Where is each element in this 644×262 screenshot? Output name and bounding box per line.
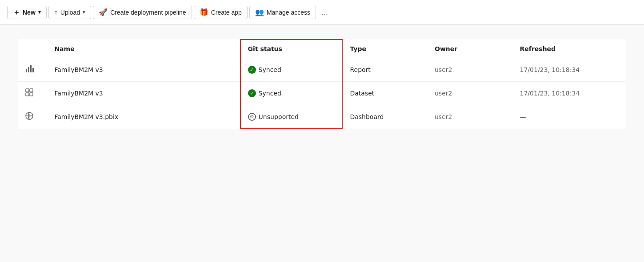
main-content: Name Git status Type Owner Refreshed (0, 25, 644, 262)
row-refreshed-cell: 17/01/23, 10:18:34 (513, 58, 626, 82)
manage-access-button[interactable]: 👥 Manage access (249, 6, 316, 19)
upload-icon: ↑ (54, 9, 58, 16)
col-header-owner: Owner (428, 40, 513, 58)
item-icon (25, 89, 34, 99)
pipeline-label: Create deployment pipeline (110, 9, 186, 16)
row-git-status-cell: ✓ Synced (240, 58, 343, 82)
row-name-cell: FamilyBM2M v3.pbix (47, 105, 240, 129)
row-icon-cell (18, 105, 47, 129)
item-owner: user2 (435, 66, 452, 73)
table-row[interactable]: FamilyBM2M v3 ✓ Synced Report user2 17/0… (18, 58, 626, 82)
item-type: Dataset (350, 90, 374, 97)
svg-rect-0 (26, 69, 27, 72)
svg-rect-3 (32, 68, 34, 72)
status-label: Synced (259, 66, 281, 73)
upload-chevron-icon: ▾ (83, 9, 85, 15)
col-header-git-status: Git status (240, 40, 343, 58)
item-icon (25, 113, 34, 122)
status-badge: ⊘ Unsupported (248, 113, 335, 121)
synced-icon: ✓ (248, 66, 256, 74)
status-label: Synced (259, 90, 281, 97)
row-owner-cell: user2 (428, 82, 513, 105)
col-header-icon (18, 40, 47, 58)
upload-label: Upload (60, 9, 80, 16)
more-label: ... (321, 8, 328, 17)
app-icon: 🎁 (200, 9, 208, 16)
svg-rect-1 (28, 67, 29, 72)
status-label: Unsupported (259, 113, 299, 120)
toolbar: ＋ New ▾ ↑ Upload ▾ 🚀 Create deployment p… (0, 0, 644, 25)
items-table-container: Name Git status Type Owner Refreshed (18, 39, 626, 129)
item-name: FamilyBM2M v3 (54, 90, 103, 97)
row-git-status-cell: ⊘ Unsupported (240, 105, 343, 129)
item-refreshed: 17/01/23, 10:18:34 (520, 66, 580, 73)
item-name: FamilyBM2M v3 (54, 66, 103, 73)
item-refreshed: — (520, 113, 526, 120)
item-type: Report (350, 66, 370, 73)
row-git-status-cell: ✓ Synced (240, 82, 343, 105)
plus-icon: ＋ (13, 9, 20, 16)
status-badge: ✓ Synced (248, 89, 335, 97)
create-pipeline-button[interactable]: 🚀 Create deployment pipeline (93, 6, 192, 19)
new-chevron-icon: ▾ (38, 9, 41, 15)
synced-icon: ✓ (248, 89, 256, 97)
unsupported-icon: ⊘ (248, 113, 256, 121)
items-table: Name Git status Type Owner Refreshed (18, 39, 626, 129)
pipeline-icon: 🚀 (99, 9, 108, 16)
manage-access-icon: 👥 (255, 9, 264, 16)
row-type-cell: Report (342, 58, 428, 82)
row-icon-cell (18, 58, 47, 82)
row-name-cell: FamilyBM2M v3 (47, 82, 240, 105)
svg-rect-2 (30, 65, 32, 72)
item-name: FamilyBM2M v3.pbix (54, 113, 118, 120)
svg-rect-5 (30, 89, 33, 92)
row-icon-cell (18, 82, 47, 105)
new-label: New (23, 9, 36, 16)
create-app-button[interactable]: 🎁 Create app (194, 6, 248, 19)
row-type-cell: Dataset (342, 82, 428, 105)
table-body: FamilyBM2M v3 ✓ Synced Report user2 17/0… (18, 58, 626, 129)
create-app-label: Create app (211, 9, 242, 16)
row-owner-cell: user2 (428, 105, 513, 129)
row-refreshed-cell: — (513, 105, 626, 129)
item-icon (25, 66, 34, 75)
table-row[interactable]: FamilyBM2M v3 ✓ Synced Dataset user2 17/… (18, 82, 626, 105)
svg-rect-4 (26, 89, 29, 92)
item-owner: user2 (435, 113, 452, 120)
item-owner: user2 (435, 90, 452, 97)
svg-rect-6 (26, 93, 29, 96)
row-owner-cell: user2 (428, 58, 513, 82)
col-header-name: Name (47, 40, 240, 58)
item-refreshed: 17/01/23, 10:18:34 (520, 90, 580, 97)
row-type-cell: Dashboard (342, 105, 428, 129)
new-button[interactable]: ＋ New ▾ (7, 6, 47, 19)
col-header-refreshed: Refreshed (513, 40, 626, 58)
upload-button[interactable]: ↑ Upload ▾ (48, 6, 91, 19)
table-header-row: Name Git status Type Owner Refreshed (18, 40, 626, 58)
row-name-cell: FamilyBM2M v3 (47, 58, 240, 82)
manage-access-label: Manage access (267, 9, 310, 16)
row-refreshed-cell: 17/01/23, 10:18:34 (513, 82, 626, 105)
col-header-type: Type (342, 40, 428, 58)
table-row[interactable]: FamilyBM2M v3.pbix ⊘ Unsupported Dashboa… (18, 105, 626, 129)
svg-rect-7 (30, 93, 33, 96)
status-badge: ✓ Synced (248, 66, 335, 74)
item-type: Dashboard (350, 113, 384, 120)
more-button[interactable]: ... (318, 5, 332, 20)
